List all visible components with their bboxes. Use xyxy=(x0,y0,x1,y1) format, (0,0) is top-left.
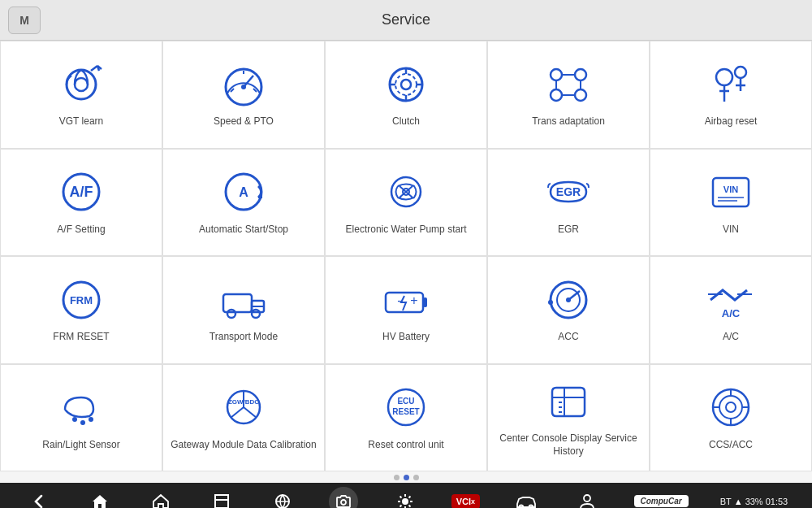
dot-2 xyxy=(404,475,409,480)
svg-line-90 xyxy=(400,496,401,497)
svg-text:-: - xyxy=(397,293,401,307)
svg-text:ECU: ECU xyxy=(397,397,414,406)
back-button[interactable] xyxy=(24,487,54,509)
ac-icon: A/C xyxy=(702,276,759,324)
egr-icon: EGR xyxy=(540,168,597,217)
grid-item-vgt-learn[interactable]: VGT learn xyxy=(0,41,162,149)
acc-label: ACC xyxy=(558,331,578,344)
svg-point-7 xyxy=(241,85,246,89)
rain-light-icon xyxy=(53,384,110,432)
vgt-learn-label: VGT learn xyxy=(59,115,103,128)
frm-reset-icon: FRM xyxy=(53,276,110,324)
grid-item-trans-adaptation[interactable]: Trans adaptation xyxy=(487,41,650,149)
grid-item-gateway[interactable]: ZGW/BDC Gateway Module Data Calibration xyxy=(162,364,325,472)
svg-point-73 xyxy=(719,396,742,419)
svg-point-26 xyxy=(716,69,732,85)
camera-button[interactable] xyxy=(329,487,358,509)
svg-point-58 xyxy=(89,417,93,422)
grid-item-af-setting[interactable]: A/F A/F Setting xyxy=(0,149,162,257)
af-setting-label: A/F Setting xyxy=(57,224,105,237)
svg-line-2 xyxy=(91,66,97,71)
page-title: Service xyxy=(382,11,430,28)
grid-item-ewp-start[interactable]: Electronic Water Pump start xyxy=(325,149,487,257)
svg-text:FRM: FRM xyxy=(70,294,93,306)
svg-line-93 xyxy=(400,505,401,506)
header: M Service xyxy=(0,0,812,41)
grid-item-clutch[interactable]: Clutch xyxy=(325,41,487,149)
svg-marker-79 xyxy=(93,495,107,508)
browser-button[interactable] xyxy=(268,487,297,509)
transport-mode-icon xyxy=(215,276,272,324)
rain-light-label: Rain/Light Sensor xyxy=(42,439,119,452)
svg-point-74 xyxy=(726,402,736,412)
window-button[interactable] xyxy=(207,487,236,509)
hv-battery-icon: - + xyxy=(378,276,434,324)
speed-pto-icon xyxy=(215,60,272,109)
grid-item-transport-mode[interactable]: Transport Mode xyxy=(162,256,325,364)
grid-item-ac[interactable]: A/C A/C xyxy=(650,256,812,364)
svg-point-18 xyxy=(551,69,562,80)
grid-item-airbag-reset[interactable]: Airbag reset xyxy=(650,41,812,149)
grid-item-vin[interactable]: VIN VIN xyxy=(650,149,812,257)
vgt-learn-icon xyxy=(53,60,110,109)
status-bar: BT ▲ 33% 01:53 xyxy=(720,497,788,506)
gateway-icon: ZGW/BDC xyxy=(215,384,272,432)
acc-icon xyxy=(540,276,597,324)
auto-start-stop-label: Automatic Start/Stop xyxy=(199,224,288,237)
svg-text:RESET: RESET xyxy=(392,407,419,416)
grid-item-hv-battery[interactable]: - + HV Battery xyxy=(325,256,487,364)
svg-point-85 xyxy=(402,498,408,505)
svg-point-20 xyxy=(551,89,562,101)
m-button[interactable]: M xyxy=(8,7,41,34)
svg-point-84 xyxy=(341,500,346,505)
svg-point-12 xyxy=(401,80,411,89)
svg-point-57 xyxy=(80,420,85,425)
car-button[interactable] xyxy=(512,487,541,509)
grid-item-speed-pto[interactable]: Speed & PTO xyxy=(162,41,325,149)
svg-line-63 xyxy=(244,407,257,418)
auto-start-stop-icon: A xyxy=(215,168,272,217)
center-console-label: Center Console Display Service History xyxy=(495,432,642,458)
transport-mode-label: Transport Mode xyxy=(209,331,278,344)
svg-point-21 xyxy=(575,89,586,101)
grid-item-frm-reset[interactable]: FRM FRM RESET xyxy=(0,256,162,364)
grid-item-center-console[interactable]: Center Console Display Service History xyxy=(487,364,650,472)
home-button[interactable] xyxy=(85,487,114,509)
svg-point-44 xyxy=(252,310,260,318)
grid-item-acc[interactable]: ACC xyxy=(487,256,650,364)
gateway-label: Gateway Module Data Calibration xyxy=(171,439,316,452)
svg-point-54 xyxy=(548,300,553,305)
reset-control-icon: ECU RESET xyxy=(378,384,434,432)
svg-line-62 xyxy=(231,407,244,418)
person-button[interactable] xyxy=(572,487,602,509)
vin-icon: VIN xyxy=(702,168,759,217)
grid-item-rain-light[interactable]: Rain/Light Sensor xyxy=(0,364,162,472)
clutch-label: Clutch xyxy=(392,115,420,128)
grid-item-auto-start-stop[interactable]: A Automatic Start/Stop xyxy=(162,149,325,257)
bottom-bar: VCIx CompuCar BT ▲ 33% 01:53 xyxy=(0,483,812,508)
vci-badge: VCIx xyxy=(451,494,480,509)
svg-text:EGR: EGR xyxy=(556,185,581,198)
house-button[interactable] xyxy=(146,487,175,509)
svg-rect-41 xyxy=(223,294,252,312)
airbag-reset-label: Airbag reset xyxy=(705,115,758,128)
svg-text:A/C: A/C xyxy=(722,307,741,319)
svg-text:+: + xyxy=(410,293,417,307)
clutch-icon xyxy=(378,60,434,109)
svg-point-0 xyxy=(67,70,96,99)
svg-point-19 xyxy=(575,69,586,80)
grid-item-ccs-acc[interactable]: CCS/ACC xyxy=(650,364,812,472)
service-grid: VGT learn Speed & PTO Clutch Trans adapt… xyxy=(0,41,812,471)
brightness-button[interactable] xyxy=(391,487,420,509)
svg-point-1 xyxy=(75,78,88,91)
trans-adaptation-label: Trans adaptation xyxy=(532,115,605,128)
hv-battery-label: HV Battery xyxy=(382,331,430,344)
svg-point-96 xyxy=(584,495,590,501)
ccs-acc-label: CCS/ACC xyxy=(709,439,753,452)
svg-point-56 xyxy=(72,417,77,422)
grid-item-reset-control[interactable]: ECU RESET Reset control unit xyxy=(325,364,487,472)
grid-item-egr[interactable]: EGR EGR xyxy=(487,149,650,257)
ccs-acc-icon xyxy=(702,384,759,432)
vin-label: VIN xyxy=(723,224,739,237)
svg-point-43 xyxy=(227,310,235,318)
